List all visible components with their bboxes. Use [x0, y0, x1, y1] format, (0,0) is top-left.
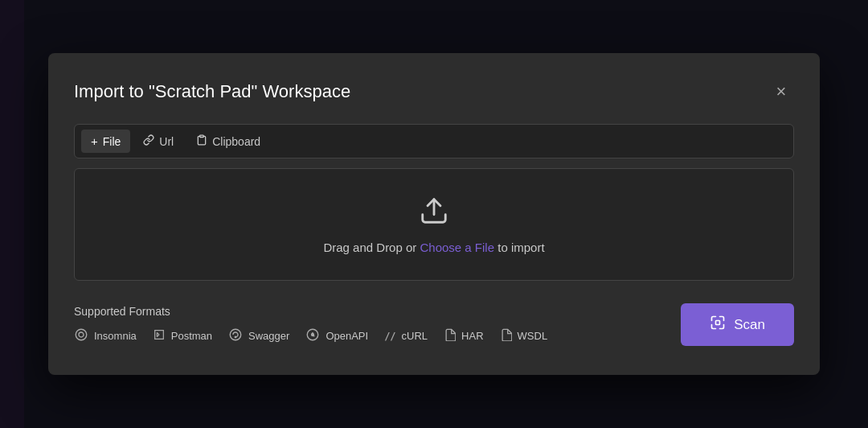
swagger-icon: [228, 327, 243, 345]
scan-button[interactable]: Scan: [681, 303, 794, 346]
format-curl: // cURL: [384, 330, 428, 342]
insomnia-icon: [74, 327, 88, 345]
formats-section: Supported Formats Insomnia: [74, 303, 794, 346]
scan-button-label: Scan: [734, 317, 765, 333]
scan-icon: [710, 315, 726, 335]
modal-header: Import to "Scratch Pad" Workspace ×: [74, 79, 794, 105]
format-wsdl-label: WSDL: [518, 330, 548, 342]
svg-point-7: [230, 329, 241, 340]
format-wsdl: WSDL: [500, 328, 548, 344]
svg-rect-0: [200, 135, 204, 137]
svg-point-8: [235, 336, 236, 338]
formats-title: Supported Formats: [74, 305, 547, 318]
wsdl-icon: [500, 328, 512, 344]
openapi-icon: [305, 327, 320, 345]
formats-left: Supported Formats Insomnia: [74, 305, 547, 345]
format-openapi-label: OpenAPI: [326, 330, 368, 342]
har-icon: [444, 328, 456, 344]
tab-url-label: Url: [159, 135, 174, 148]
drop-zone[interactable]: Drag and Drop or Choose a File to import: [74, 168, 794, 281]
drop-text: Drag and Drop or Choose a File to import: [323, 241, 544, 254]
format-curl-label: cURL: [402, 330, 428, 342]
format-openapi: OpenAPI: [305, 327, 368, 345]
close-button[interactable]: ×: [768, 79, 794, 105]
tab-bar: + File Url Clipboard: [74, 124, 794, 158]
formats-list: Insomnia Postman: [74, 327, 547, 345]
clipboard-icon: [196, 134, 207, 148]
modal-title: Import to "Scratch Pad" Workspace: [74, 81, 350, 102]
tab-clipboard[interactable]: Clipboard: [186, 130, 270, 153]
postman-icon: [153, 328, 166, 344]
format-insomnia-label: Insomnia: [94, 330, 137, 342]
drop-text-after: to import: [494, 241, 545, 254]
format-har: HAR: [444, 328, 483, 344]
svg-point-10: [312, 333, 314, 335]
format-insomnia: Insomnia: [74, 327, 137, 345]
drop-text-before: Drag and Drop or: [323, 241, 420, 254]
format-postman: Postman: [153, 328, 212, 344]
choose-file-link[interactable]: Choose a File: [420, 241, 494, 254]
format-swagger: Swagger: [228, 327, 289, 345]
svg-point-3: [79, 332, 84, 337]
svg-rect-11: [716, 321, 720, 325]
import-modal: Import to "Scratch Pad" Workspace × + Fi…: [48, 53, 820, 375]
curl-icon: //: [384, 331, 395, 342]
link-icon: [143, 134, 154, 148]
tab-file[interactable]: + File: [81, 130, 130, 153]
upload-icon: [419, 195, 449, 229]
format-swagger-label: Swagger: [248, 330, 289, 342]
svg-point-2: [76, 329, 87, 340]
format-har-label: HAR: [461, 330, 483, 342]
file-plus-icon: +: [91, 134, 98, 148]
tab-file-label: File: [103, 135, 121, 148]
tab-clipboard-label: Clipboard: [212, 135, 260, 148]
tab-url[interactable]: Url: [133, 130, 183, 153]
format-postman-label: Postman: [171, 330, 212, 342]
